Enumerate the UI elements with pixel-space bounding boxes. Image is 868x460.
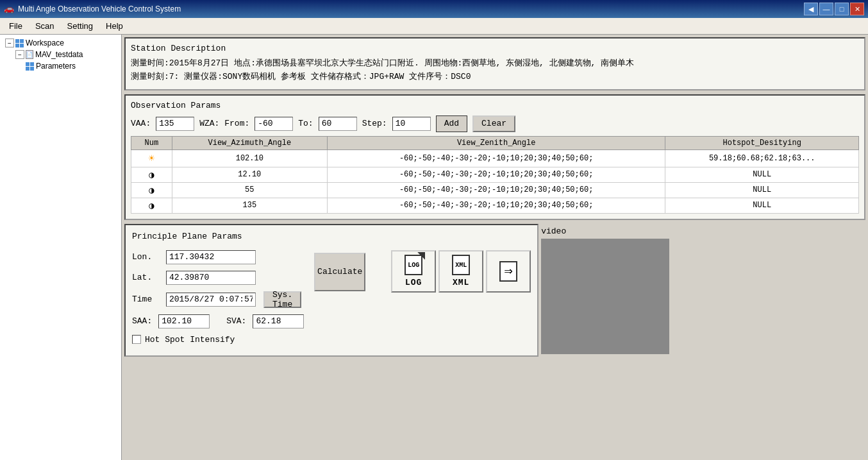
sun-icon: ☀ — [149, 153, 155, 165]
to-label: To: — [298, 119, 313, 128]
time-label: Time — [132, 294, 161, 304]
menu-bar: File Scan Setting Help — [0, 18, 868, 35]
log-label: LOG — [405, 278, 422, 287]
col-azimuth: View_Azimuth_Angle — [172, 136, 327, 149]
lon-row: Lon. — [132, 250, 301, 264]
lat-label: Lat. — [132, 273, 161, 282]
hotspot-checkbox[interactable] — [132, 335, 141, 344]
table-row: ◑ 135 -60;-50;-40;-30;-20;-10;10;20;30;4… — [131, 198, 859, 213]
circle-icon: ◑ — [149, 201, 154, 211]
col-zenith: View_Zenith_Angle — [327, 136, 665, 149]
lon-label: Lon. — [132, 252, 161, 262]
cell-azimuth: 135 — [172, 198, 327, 213]
obs-controls-row: VAA: WZA: From: To: Step: Add Clear — [131, 115, 859, 132]
cell-zenith: -60;-50;-40;-30;-20;-10;10;20;30;40;50;6… — [327, 198, 665, 213]
sidebar-item-workspace[interactable]: − Workspace — [3, 37, 119, 49]
lower-layout: Principle Plane Params Lon. Lat. Time — [124, 224, 865, 357]
content-area: Station Description 测量时间:2015年8月27日 地点:承… — [122, 35, 868, 460]
cell-zenith: -60;-50;-40;-30;-20;-10;10;20;30;40;50;6… — [327, 149, 665, 167]
menu-help[interactable]: Help — [99, 19, 129, 33]
lon-input[interactable] — [166, 250, 256, 264]
lat-row: Lat. — [132, 271, 301, 285]
cell-hotspot: NULL — [665, 198, 859, 213]
sidebar: − Workspace − 📄 MAV_testdata Parameters — [0, 35, 122, 460]
video-label: video — [541, 226, 566, 236]
app-title: Multi Angle Observation Vehicle Control … — [18, 4, 804, 13]
table-row: ☀ 102.10 -60;-50;-40;-30;-20;-10;10;20;3… — [131, 149, 859, 167]
close-button[interactable]: ✕ — [850, 3, 864, 15]
params-icon — [26, 62, 34, 71]
title-bar: 🚗 Multi Angle Observation Vehicle Contro… — [0, 0, 868, 18]
from-input[interactable] — [255, 117, 293, 131]
sva-label: SVA: — [226, 316, 246, 326]
window-controls: ◀ — □ ✕ — [804, 3, 864, 15]
wza-label: WZA: From: — [199, 119, 249, 128]
workspace-label: Workspace — [26, 38, 64, 47]
minimize-button[interactable]: — — [819, 3, 833, 15]
cell-icon: ◑ — [131, 182, 172, 198]
station-line1: 测量时间:2015年8月27日 地点:承德围场县塞罕坝北京大学生态站门口附近. … — [131, 57, 859, 71]
xml-button[interactable]: XML XML — [438, 250, 483, 293]
arrow-button[interactable]: ⇒ — [486, 250, 531, 293]
xml-label: XML — [453, 278, 469, 287]
cell-icon: ◑ — [131, 198, 172, 213]
sidebar-item-project[interactable]: − 📄 MAV_testdata — [3, 49, 119, 60]
saa-input[interactable] — [158, 314, 210, 328]
observation-params-panel: Observation Params VAA: WZA: From: To: S… — [124, 94, 865, 220]
menu-scan[interactable]: Scan — [29, 19, 61, 33]
cell-hotspot: 59.18;60.68;62.18;63... — [665, 149, 859, 167]
file-buttons-group: LOG LOG XML XML ⇒ — [391, 250, 531, 293]
project-expand-icon: − — [15, 50, 24, 59]
hotspot-row: Hot Spot Intensify — [132, 335, 531, 345]
step-label: Step: — [362, 119, 387, 128]
vaa-input[interactable] — [156, 117, 194, 131]
time-input[interactable] — [166, 293, 256, 307]
xml-icon: XML — [452, 255, 470, 275]
col-num: Num — [131, 136, 172, 149]
project-icon: 📄 — [26, 50, 33, 59]
cell-azimuth: 102.10 — [172, 149, 327, 167]
restore-button[interactable]: ◀ — [804, 3, 818, 15]
principle-plane-panel: Principle Plane Params Lon. Lat. Time — [124, 224, 538, 357]
calculate-button[interactable]: Calculate — [314, 253, 365, 291]
arrow-icon: ⇒ — [499, 261, 517, 282]
table-row: ◑ 55 -60;-50;-40;-30;-20;-10;10;20;30;40… — [131, 182, 859, 198]
params-label: Parameters — [36, 62, 76, 71]
principle-title: Principle Plane Params — [132, 232, 531, 241]
main-layout: − Workspace − 📄 MAV_testdata Parameters … — [0, 35, 868, 460]
maximize-button[interactable]: □ — [835, 3, 849, 15]
menu-file[interactable]: File — [3, 19, 29, 33]
sidebar-item-params[interactable]: Parameters — [3, 60, 119, 72]
add-button[interactable]: Add — [436, 115, 467, 132]
sva-input[interactable] — [253, 314, 304, 328]
cell-icon: ◑ — [131, 167, 172, 182]
lat-input[interactable] — [166, 271, 256, 285]
xml-icon-text: XML — [455, 262, 467, 269]
circle-icon: ◑ — [149, 170, 154, 180]
clear-button[interactable]: Clear — [472, 115, 515, 132]
video-panel: video — [538, 224, 865, 357]
station-description-title: Station Description — [131, 44, 859, 53]
step-input[interactable] — [392, 117, 431, 131]
saa-label: SAA: — [132, 316, 152, 326]
log-icon-text: LOG — [408, 262, 419, 269]
cell-hotspot: NULL — [665, 182, 859, 198]
workspace-icon — [15, 39, 24, 47]
time-row: Time Sys. Time — [132, 291, 301, 308]
app-icon: 🚗 — [4, 4, 14, 14]
cell-azimuth: 12.10 — [172, 167, 327, 182]
video-display — [541, 239, 669, 354]
cell-hotspot: NULL — [665, 167, 859, 182]
log-button[interactable]: LOG LOG — [391, 250, 436, 293]
systime-button[interactable]: Sys. Time — [263, 291, 301, 308]
cell-icon: ☀ — [131, 149, 172, 167]
project-label: MAV_testdata — [35, 50, 83, 59]
cell-zenith: -60;-50;-40;-30;-20;-10;10;20;30;40;50;6… — [327, 182, 665, 198]
cell-azimuth: 55 — [172, 182, 327, 198]
menu-setting[interactable]: Setting — [61, 19, 99, 33]
obs-params-title: Observation Params — [131, 101, 859, 110]
to-input[interactable] — [319, 117, 357, 131]
hotspot-label: Hot Spot Intensify — [145, 335, 235, 345]
table-row: ◑ 12.10 -60;-50;-40;-30;-20;-10;10;20;30… — [131, 167, 859, 182]
circle-icon: ◑ — [149, 185, 154, 196]
